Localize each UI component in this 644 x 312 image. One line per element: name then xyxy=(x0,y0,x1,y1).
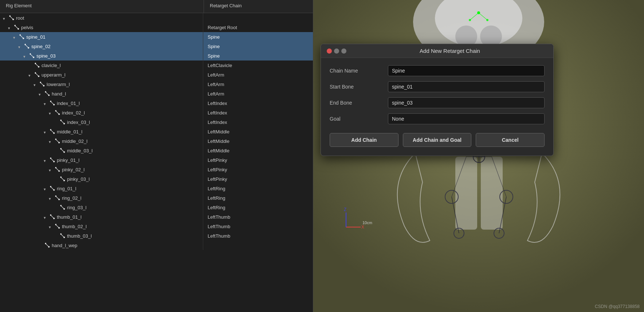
bone-icon xyxy=(54,195,60,201)
table-row[interactable]: pinky_02_lLeftPinky xyxy=(0,165,313,174)
bone-name: pinky_03_l xyxy=(67,176,90,182)
bone-name: thumb_02_l xyxy=(62,224,87,229)
bone-name: pinky_02_l xyxy=(62,167,85,172)
bone-name: thumb_03_l xyxy=(67,233,92,239)
bone-icon xyxy=(39,81,45,87)
bone-icon xyxy=(8,15,15,21)
chain-name: LeftIndex xyxy=(203,120,313,125)
table-row[interactable]: index_03_lLeftIndex xyxy=(0,117,313,127)
table-row[interactable]: index_01_lLeftIndex xyxy=(0,98,313,108)
bone-name: ring_01_l xyxy=(57,186,76,191)
watermark: CSDN @qq377138858 xyxy=(595,304,640,309)
bone-icon xyxy=(49,157,55,163)
table-row[interactable]: ring_03_lLeftRing xyxy=(0,203,313,212)
chain-name: LeftArm xyxy=(203,91,313,97)
axis-indicator: X Z 10cm xyxy=(342,205,372,232)
chain-name: LeftThumb xyxy=(203,214,313,220)
table-row[interactable]: pelvisRetarget Root xyxy=(0,23,313,32)
bone-icon xyxy=(34,62,40,69)
bone-name: hand_l xyxy=(52,91,66,97)
dialog-row: End Bonespine_03 xyxy=(330,97,545,108)
chain-name: Spine xyxy=(203,34,313,40)
table-row[interactable]: hand_l_wep xyxy=(0,241,313,250)
bone-icon xyxy=(28,52,35,59)
cancel-button[interactable]: Cancel xyxy=(476,133,545,147)
traffic-lights xyxy=(327,48,346,54)
bone-name: pelvis xyxy=(21,25,33,30)
bone-icon xyxy=(59,119,66,125)
svg-text:Z: Z xyxy=(344,207,346,212)
bone-name: middle_01_l xyxy=(57,129,82,134)
bone-icon xyxy=(49,100,55,106)
table-row[interactable]: middle_01_lLeftMiddle xyxy=(0,127,313,136)
bone-icon xyxy=(18,34,25,40)
dialog-row: Chain NameSpine xyxy=(330,65,545,76)
bone-icon xyxy=(54,166,60,173)
bone-name: ring_02_l xyxy=(62,195,82,201)
bone-icon xyxy=(54,223,60,230)
bone-name: pinky_01_l xyxy=(57,157,79,163)
table-row[interactable]: thumb_02_lLeftThumb xyxy=(0,222,313,231)
dialog-title: Add New Retarget Chain xyxy=(352,48,547,54)
table-row[interactable]: pinky_03_lLeftPinky xyxy=(0,174,313,184)
bone-name: lowerarm_l xyxy=(47,82,70,87)
dialog-field-label: Start Bone xyxy=(330,84,388,90)
dialog-field-value[interactable]: None xyxy=(388,113,545,124)
bone-name: upperarm_l xyxy=(42,72,66,78)
bone-icon xyxy=(59,233,66,239)
dialog-field-value[interactable]: spine_01 xyxy=(388,81,545,92)
bone-name: ring_03_l xyxy=(67,205,87,210)
bone-icon xyxy=(54,109,60,116)
dialog-body: Chain NameSpineStart Bonespine_01End Bon… xyxy=(321,58,553,156)
table-row[interactable]: upperarm_lLeftArm xyxy=(0,70,313,79)
chain-name: LeftPinky xyxy=(203,157,313,163)
table-row[interactable]: ring_01_lLeftRing xyxy=(0,184,313,193)
bone-icon xyxy=(23,43,30,50)
right-panel: X Z 10cm Add New Retarget Chain Chain Na… xyxy=(313,0,644,312)
bone-icon xyxy=(49,185,55,192)
table-row[interactable]: clavicle_lLeftClavicle xyxy=(0,61,313,70)
bone-name: root xyxy=(16,15,24,21)
bone-icon xyxy=(59,176,66,182)
maximize-button[interactable] xyxy=(341,48,346,54)
bone-name: spine_03 xyxy=(36,53,56,59)
table-row[interactable]: thumb_01_lLeftThumb xyxy=(0,212,313,222)
bone-name: spine_01 xyxy=(26,34,46,40)
chain-name: LeftThumb xyxy=(203,224,313,229)
minimize-button[interactable] xyxy=(334,48,339,54)
table-row[interactable]: lowerarm_lLeftArm xyxy=(0,79,313,89)
table-row[interactable]: hand_lLeftArm xyxy=(0,89,313,98)
chain-name: LeftArm xyxy=(203,82,313,87)
table-row[interactable]: spine_01Spine xyxy=(0,32,313,42)
table-row[interactable]: thumb_03_lLeftThumb xyxy=(0,231,313,241)
dialog: Add New Retarget Chain Chain NameSpineSt… xyxy=(321,44,554,156)
close-button[interactable] xyxy=(327,48,332,54)
dialog-field-value[interactable]: spine_03 xyxy=(388,97,545,108)
chain-name: LeftThumb xyxy=(203,233,313,239)
table-row[interactable]: pinky_01_lLeftPinky xyxy=(0,155,313,165)
table-row[interactable]: middle_03_lLeftMiddle xyxy=(0,146,313,155)
chain-name: LeftMiddle xyxy=(203,129,313,134)
chain-name: Spine xyxy=(203,53,313,59)
table-row[interactable]: spine_03Spine xyxy=(0,51,313,61)
dialog-field-value[interactable]: Spine xyxy=(388,65,545,76)
add-chain-button[interactable]: Add Chain xyxy=(330,133,398,147)
left-panel: Rig Element Retarget Chain rootpelvisRet… xyxy=(0,0,313,312)
bone-icon xyxy=(54,138,60,144)
bone-icon xyxy=(49,128,55,135)
bone-name: index_01_l xyxy=(57,101,80,106)
table-row[interactable]: index_02_lLeftIndex xyxy=(0,108,313,117)
svg-rect-11 xyxy=(455,157,477,230)
tree-scroll[interactable]: rootpelvisRetarget Rootspine_01Spinespin… xyxy=(0,13,313,312)
table-row[interactable]: ring_02_lLeftRing xyxy=(0,193,313,203)
add-chain-and-goal-button[interactable]: Add Chain and Goal xyxy=(403,133,472,147)
table-row[interactable]: middle_02_lLeftMiddle xyxy=(0,136,313,146)
bone-icon xyxy=(13,24,20,31)
bone-icon xyxy=(34,71,40,78)
table-row[interactable]: spine_02Spine xyxy=(0,42,313,51)
chain-name: LeftPinky xyxy=(203,167,313,172)
dialog-field-label: Chain Name xyxy=(330,68,388,74)
table-row[interactable]: root xyxy=(0,13,313,23)
retarget-chain-header: Retarget Chain xyxy=(204,0,313,13)
bone-name: hand_l_wep xyxy=(52,243,77,248)
